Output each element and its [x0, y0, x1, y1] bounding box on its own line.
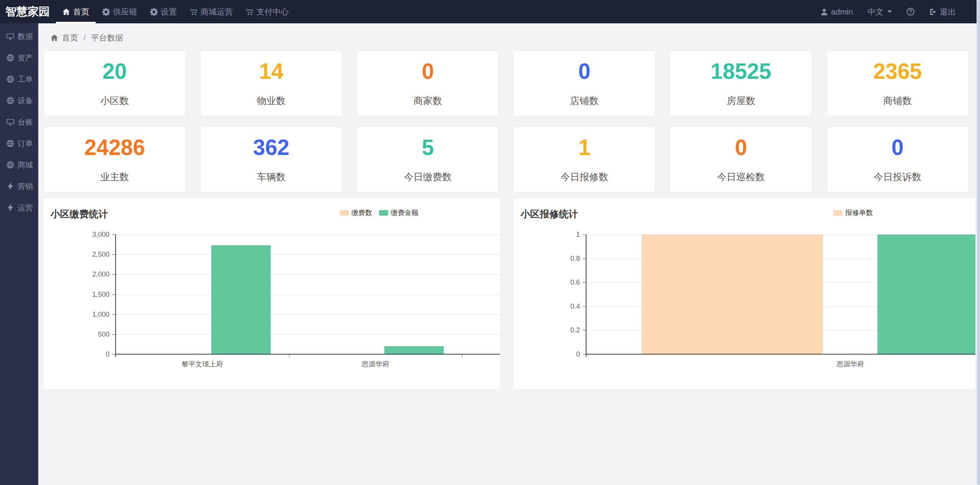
stat-value: 24286 — [84, 136, 145, 159]
sidebar-item-3[interactable]: 工单 — [0, 68, 38, 90]
nav-item-4[interactable]: 商城运营 — [183, 0, 239, 23]
bolt-icon — [7, 204, 14, 212]
chart-bar — [384, 346, 444, 354]
gear-icon — [150, 8, 158, 16]
repair-chart-plot: 10.80.60.40.20思源华府 — [514, 199, 975, 389]
chevron-down-icon — [887, 10, 892, 13]
sidebar-item-7[interactable]: 商城 — [0, 154, 38, 176]
globe-icon — [7, 140, 14, 147]
nav-item-5[interactable]: 支付中心 — [239, 0, 295, 23]
legend-item[interactable]: 缴费数 — [340, 208, 372, 217]
stat-card-今日报修数: 1今日报修数 — [513, 127, 655, 192]
sidebar-item-label: 台账 — [18, 117, 33, 127]
stat-label: 店铺数 — [570, 94, 599, 107]
stat-label: 业主数 — [100, 171, 129, 183]
stat-card-车辆数: 362车辆数 — [200, 127, 342, 192]
globe-icon — [7, 54, 14, 62]
question-icon — [906, 8, 915, 16]
desktop-icon — [7, 33, 14, 40]
bolt-icon — [7, 182, 14, 190]
user-menu[interactable]: admin — [813, 7, 860, 16]
stat-card-今日缴费数: 5今日缴费数 — [357, 127, 499, 192]
sidebar-item-9[interactable]: 运营 — [0, 197, 38, 218]
nav-item-label: 设置 — [161, 7, 177, 17]
nav-item-3[interactable]: 设置 — [144, 0, 183, 23]
main-content: 首页 / 平台数据 20小区数14物业数0商家数0店铺数18525房屋数2365… — [38, 23, 980, 389]
breadcrumb-home[interactable]: 首页 — [62, 33, 78, 43]
sidebar-item-5[interactable]: 台账 — [0, 111, 38, 133]
sidebar-item-1[interactable]: 数据 — [0, 26, 38, 47]
language-label: 中文 — [867, 7, 884, 17]
stat-label: 今日缴费数 — [404, 171, 452, 183]
stat-value: 362 — [253, 136, 289, 159]
logout-label: 退出 — [940, 7, 956, 17]
scrollbar-thumb[interactable] — [977, 0, 980, 485]
home-icon — [62, 8, 70, 16]
sidebar-item-4[interactable]: 设备 — [0, 90, 38, 111]
stat-value: 20 — [103, 60, 127, 83]
stat-cards: 20小区数14物业数0商家数0店铺数18525房屋数2365商铺数24286业主… — [44, 50, 969, 192]
stat-value: 5 — [422, 136, 434, 159]
x-axis-label: 黎平文璟上府 — [156, 360, 248, 369]
repair-chart-title: 小区报修统计 — [521, 208, 578, 220]
desktop-icon — [7, 118, 14, 126]
breadcrumb-current: 平台数据 — [91, 33, 123, 43]
nav-item-label: 供应链 — [113, 7, 137, 17]
help-button[interactable] — [899, 8, 922, 16]
navbar-right: admin 中文 退出 — [813, 0, 980, 23]
stat-label: 商铺数 — [883, 94, 912, 107]
stat-card-业主数: 24286业主数 — [44, 127, 186, 192]
sidebar-item-8[interactable]: 营销 — [0, 176, 38, 197]
sidebar-item-6[interactable]: 订单 — [0, 133, 38, 154]
stat-value: 2365 — [873, 60, 922, 83]
stat-value: 1 — [578, 136, 591, 159]
payment-chart-title: 小区缴费统计 — [51, 208, 108, 220]
cart-icon — [190, 8, 198, 16]
user-icon — [820, 8, 828, 16]
top-navbar: 智慧家园 首页供应链设置商城运营支付中心 admin 中文 退出 — [0, 0, 980, 23]
stat-value: 18525 — [710, 60, 771, 83]
sidebar-item-label: 商城 — [18, 160, 33, 170]
stat-value: 0 — [735, 136, 747, 159]
stat-card-商家数: 0商家数 — [357, 50, 499, 116]
gear-icon — [102, 8, 110, 16]
main-menu: 首页供应链设置商城运营支付中心 — [56, 0, 295, 23]
sidebar-item-2[interactable]: 资产 — [0, 47, 38, 68]
stat-label: 今日投诉数 — [874, 171, 921, 183]
sidebar-item-label: 数据 — [18, 31, 33, 42]
sidebar-item-label: 运营 — [18, 203, 33, 213]
logout-button[interactable]: 退出 — [922, 7, 963, 17]
nav-item-label: 支付中心 — [256, 7, 289, 17]
stat-card-房屋数: 18525房屋数 — [670, 50, 812, 116]
nav-item-2[interactable]: 供应链 — [96, 0, 144, 23]
legend-label: 缴费数 — [351, 208, 372, 217]
nav-item-label: 商城运营 — [201, 7, 233, 17]
nav-item-1[interactable]: 首页 — [56, 0, 96, 23]
stat-label: 今日巡检数 — [717, 171, 765, 183]
stat-value: 0 — [892, 136, 904, 159]
sidebar: 数据资产工单设备台账订单商城营销运营 — [0, 23, 38, 485]
stat-label: 物业数 — [257, 94, 286, 107]
app-logo[interactable]: 智慧家园 — [0, 0, 56, 23]
payment-chart-panel: 3,0002,5002,0001,5001,0005000黎平文璟上府思源华府 … — [44, 199, 500, 389]
stat-value: 14 — [259, 60, 283, 83]
nav-item-label: 首页 — [73, 7, 89, 17]
repair-chart-legend: 报修单数 — [833, 208, 873, 217]
legend-item[interactable]: 缴费金额 — [379, 208, 418, 217]
breadcrumb-separator: / — [82, 33, 87, 42]
stat-card-今日投诉数: 0今日投诉数 — [826, 127, 969, 192]
stat-value: 0 — [578, 60, 591, 83]
stat-card-小区数: 20小区数 — [44, 50, 186, 116]
globe-icon — [7, 161, 14, 169]
legend-label: 报修单数 — [845, 208, 873, 217]
sidebar-item-label: 营销 — [18, 181, 33, 192]
cart-icon — [246, 8, 253, 16]
home-icon — [51, 34, 58, 42]
language-dropdown[interactable]: 中文 — [860, 7, 899, 17]
legend-item[interactable]: 报修单数 — [833, 208, 873, 217]
logout-icon — [929, 8, 937, 16]
page-scrollbar[interactable] — [977, 0, 980, 485]
chart-bar — [877, 234, 975, 354]
stat-label: 今日报修数 — [560, 171, 608, 183]
legend-swatch — [833, 210, 843, 216]
